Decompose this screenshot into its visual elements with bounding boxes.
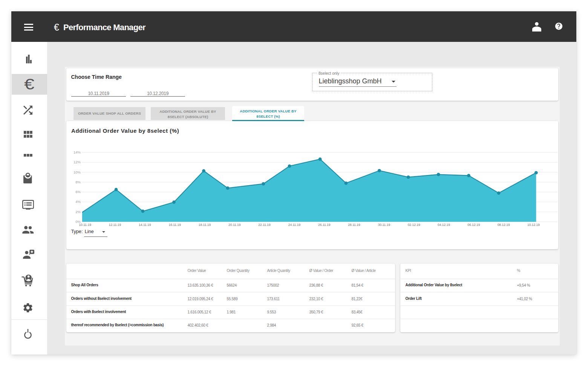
svg-text:10.11.19: 10.11.19 bbox=[79, 223, 91, 227]
svg-text:8%: 8% bbox=[75, 180, 81, 184]
svg-text:12%: 12% bbox=[74, 160, 81, 164]
svg-text:08.12.19: 08.12.19 bbox=[498, 223, 510, 227]
svg-text:28.11.19: 28.11.19 bbox=[348, 223, 360, 227]
svg-text:16.11.19: 16.11.19 bbox=[168, 223, 181, 227]
svg-text:26.11.19: 26.11.19 bbox=[318, 223, 331, 227]
svg-text:24.11.19: 24.11.19 bbox=[288, 223, 301, 227]
svg-text:18.11.19: 18.11.19 bbox=[199, 223, 211, 227]
svg-text:12.11.19: 12.11.19 bbox=[109, 223, 121, 227]
svg-text:20.11.19: 20.11.19 bbox=[228, 223, 241, 227]
svg-text:14%: 14% bbox=[74, 150, 81, 154]
svg-text:10%: 10% bbox=[74, 170, 81, 174]
svg-text:04.12.19: 04.12.19 bbox=[438, 223, 450, 227]
svg-text:6%: 6% bbox=[75, 190, 81, 194]
svg-text:02.12.19: 02.12.19 bbox=[408, 223, 420, 227]
svg-text:4%: 4% bbox=[75, 200, 81, 204]
svg-text:30.11.19: 30.11.19 bbox=[378, 223, 390, 227]
svg-text:14.11.19: 14.11.19 bbox=[139, 223, 151, 227]
svg-text:2%: 2% bbox=[75, 210, 81, 214]
svg-text:10.12.19: 10.12.19 bbox=[527, 223, 540, 227]
svg-text:22.11.19: 22.11.19 bbox=[258, 223, 271, 227]
svg-text:06.12.19: 06.12.19 bbox=[467, 223, 480, 227]
